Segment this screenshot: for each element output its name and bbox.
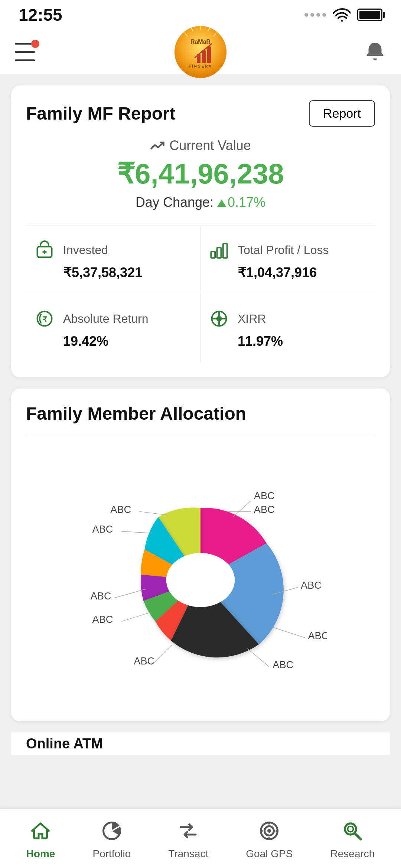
- svg-line-39: [154, 645, 172, 663]
- home-icon: [27, 817, 54, 844]
- svg-text:RaMaR: RaMaR: [190, 39, 211, 45]
- card-header: Family MF Report Report: [26, 100, 375, 127]
- chart-container: ABC ABC ABC ABC ABC ABC: [26, 446, 375, 706]
- svg-point-49: [267, 829, 271, 833]
- invested-icon: [33, 239, 56, 261]
- stat-item-return: ₹ Absolute Return 19.42%: [26, 294, 200, 363]
- svg-line-25: [233, 501, 251, 517]
- online-atm-label: Online ATM: [26, 736, 103, 752]
- svg-point-0: [341, 20, 343, 22]
- wifi-icon: [333, 8, 351, 22]
- battery-icon: [357, 9, 382, 21]
- allocation-divider: [26, 435, 375, 435]
- notification-button[interactable]: [364, 41, 386, 63]
- svg-line-43: [272, 627, 305, 638]
- svg-text:ABC: ABC: [134, 655, 154, 667]
- svg-text:ABC: ABC: [273, 659, 293, 670]
- svg-text:ABC: ABC: [92, 523, 113, 535]
- bottom-nav: Home Portfolio Transact: [0, 809, 401, 868]
- transact-icon: [175, 817, 202, 844]
- svg-text:ABC: ABC: [254, 504, 275, 515]
- svg-line-55: [355, 833, 361, 839]
- svg-point-56: [348, 826, 353, 832]
- profit-icon: [208, 239, 230, 261]
- svg-point-1: [175, 26, 226, 78]
- svg-line-29: [139, 511, 168, 515]
- main-content: Family MF Report Report Current Value ₹6…: [0, 74, 401, 755]
- svg-text:ABC: ABC: [91, 590, 111, 602]
- status-bar: 12:55: [0, 0, 401, 30]
- current-value-amount: ₹6,41,96,238: [26, 157, 375, 190]
- svg-text:ABC: ABC: [301, 579, 322, 591]
- svg-text:ABC: ABC: [308, 630, 327, 641]
- xirr-value: 11.97%: [238, 334, 368, 349]
- logo: RaMaR FINSERV: [175, 26, 226, 78]
- svg-text:ABC: ABC: [92, 614, 113, 625]
- svg-rect-8: [202, 50, 206, 63]
- status-time: 12:55: [19, 5, 62, 25]
- nav-item-home[interactable]: Home: [15, 814, 66, 864]
- svg-point-24: [166, 553, 235, 607]
- research-icon: [339, 817, 366, 844]
- stat-item-xirr: XIRR 11.97%: [200, 294, 375, 363]
- svg-text:₹: ₹: [42, 315, 47, 324]
- return-value: 19.42%: [63, 334, 193, 349]
- nav-item-research[interactable]: Research: [319, 814, 386, 864]
- online-atm-section: Online ATM: [11, 732, 390, 755]
- home-label: Home: [26, 848, 55, 860]
- current-value-section: Current Value ₹6,41,96,238 Day Change: 0…: [26, 138, 375, 210]
- nav-item-transact[interactable]: Transact: [157, 814, 219, 864]
- portfolio-icon: [98, 817, 125, 844]
- transact-label: Transact: [168, 848, 208, 860]
- svg-line-35: [114, 589, 146, 598]
- up-triangle-icon: [217, 199, 226, 207]
- nav-item-portfolio[interactable]: Portfolio: [81, 814, 142, 864]
- card-title: Family MF Report: [26, 103, 176, 124]
- allocation-card: Family Member Allocation: [11, 389, 390, 721]
- allocation-title: Family Member Allocation: [26, 403, 375, 424]
- xirr-label: XIRR: [238, 312, 266, 326]
- svg-text:FINSERV: FINSERV: [189, 64, 212, 68]
- signal-icon: [304, 13, 326, 17]
- menu-button[interactable]: [15, 43, 37, 61]
- goal-gps-label: Goal GPS: [246, 848, 293, 860]
- portfolio-label: Portfolio: [92, 848, 131, 860]
- invested-label: Invested: [63, 243, 108, 257]
- day-change: Day Change: 0.17%: [26, 195, 375, 210]
- stat-item-profit: Total Profit / Loss ₹1,04,37,916: [200, 225, 375, 294]
- donut-chart: ABC ABC ABC ABC ABC ABC: [74, 450, 327, 703]
- svg-rect-15: [211, 251, 215, 258]
- svg-line-41: [247, 648, 269, 667]
- return-icon: ₹: [33, 308, 56, 330]
- stats-grid: Invested ₹5,37,58,321 Total Profit / Los…: [26, 225, 375, 363]
- header: RaMaR FINSERV: [0, 30, 401, 74]
- report-button[interactable]: Report: [309, 100, 375, 127]
- svg-line-31: [121, 531, 152, 533]
- stat-item-invested: Invested ₹5,37,58,321: [26, 225, 200, 294]
- current-value-label: Current Value: [26, 138, 375, 153]
- svg-rect-16: [217, 248, 221, 258]
- svg-text:ABC: ABC: [110, 504, 131, 515]
- return-label: Absolute Return: [63, 312, 148, 326]
- family-mf-report-card: Family MF Report Report Current Value ₹6…: [11, 85, 390, 377]
- goal-gps-icon: [256, 817, 283, 844]
- svg-rect-17: [223, 244, 227, 258]
- day-change-value: 0.17%: [217, 195, 265, 210]
- nav-item-goal-gps[interactable]: Goal GPS: [235, 814, 304, 864]
- profit-label: Total Profit / Loss: [238, 243, 329, 257]
- trend-icon: [150, 140, 165, 151]
- svg-text:ABC: ABC: [254, 490, 275, 501]
- invested-value: ₹5,37,58,321: [63, 265, 193, 280]
- profit-value: ₹1,04,37,916: [238, 265, 368, 280]
- status-icons: [304, 8, 382, 22]
- xirr-icon: [208, 308, 230, 330]
- research-label: Research: [330, 848, 375, 860]
- svg-rect-9: [207, 46, 211, 63]
- svg-line-37: [121, 612, 150, 621]
